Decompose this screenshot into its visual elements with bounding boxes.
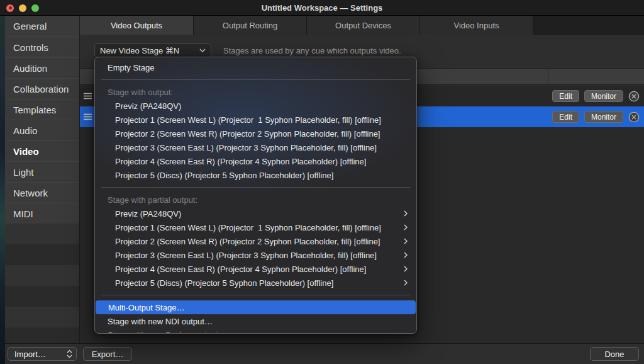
menu-item-label: Stage with new NDI output… <box>108 317 408 326</box>
menu-item-label: Projector 2 (Screen West R) (Projector 2… <box>115 129 408 139</box>
submenu-chevron-icon <box>404 266 408 272</box>
remove-stage-icon[interactable] <box>628 111 640 123</box>
traffic-lights <box>6 0 39 16</box>
menu-item-label: Previz (PA248QV) <box>115 209 397 219</box>
submenu-chevron-icon <box>404 224 408 230</box>
export-button[interactable]: Export… <box>83 347 132 361</box>
submenu-chevron-icon <box>404 210 408 217</box>
stages-caption: Stages are used by any cue which outputs… <box>223 46 401 55</box>
menu-item-empty-stage[interactable]: Empty Stage <box>95 60 416 74</box>
sidebar-item-midi[interactable]: MIDI <box>5 203 79 224</box>
menu-separator <box>101 79 410 80</box>
sidebar-item-label: Network <box>13 188 48 198</box>
menu-item-output-projector-2[interactable]: Projector 2 (Screen West R) (Projector 2… <box>95 127 416 140</box>
menu-item-new-ndi-output[interactable]: Stage with new NDI output… <box>95 314 416 328</box>
menu-separator <box>101 295 410 295</box>
monitor-button[interactable]: Monitor <box>584 111 623 123</box>
menu-item-output-projector-5[interactable]: Projector 5 (Discs) (Projector 5 Syphon … <box>95 168 416 182</box>
menu-item-label: Multi-Output Stage… <box>108 303 407 312</box>
video-settings-tabstrip: Video Outputs Output Routing Output Devi… <box>80 16 644 35</box>
sidebar-item-label: General <box>13 21 47 31</box>
sidebar-item-network[interactable]: Network <box>5 182 79 203</box>
menu-item-label: Projector 3 (Screen East L) (Projector 3… <box>115 143 408 152</box>
done-label: Done <box>604 350 624 359</box>
menu-item-label: Projector 4 (Screen East R) (Projector 4… <box>115 264 397 274</box>
sidebar-item-controls[interactable]: Controls <box>5 37 79 57</box>
sidebar-item-collaboration[interactable]: Collaboration <box>5 78 79 99</box>
settings-sidebar: General Controls Audition Collaboration … <box>5 16 80 343</box>
import-popup-button[interactable]: Import… <box>8 347 77 361</box>
stepper-chevrons-icon <box>67 350 72 358</box>
menu-item-label: Projector 5 (Discs) (Projector 5 Syphon … <box>115 278 397 288</box>
sidebar-item-templates[interactable]: Templates <box>5 99 79 120</box>
tab-video-outputs[interactable]: Video Outputs <box>80 16 194 35</box>
menu-item-output-previz[interactable]: Previz (PA248QV) <box>95 99 416 113</box>
window-title: Untitled Workspace — Settings <box>262 3 383 13</box>
tab-label: Video Inputs <box>453 21 499 30</box>
remove-stage-icon[interactable] <box>628 91 640 102</box>
footer-bar: Import… Export… Done <box>5 343 644 364</box>
sidebar-item-label: Templates <box>13 105 56 115</box>
menu-item-label: Stage with new Syphon output… <box>108 331 408 334</box>
menu-separator <box>101 187 410 188</box>
close-window-icon[interactable] <box>6 4 14 12</box>
tab-video-inputs[interactable]: Video Inputs <box>420 16 533 35</box>
menu-item-output-projector-4[interactable]: Projector 4 (Screen East R) (Projector 4… <box>95 154 416 168</box>
background-gutter <box>0 16 5 364</box>
sidebar-item-label: Light <box>13 167 34 178</box>
export-label: Export… <box>92 350 124 359</box>
new-video-stage-popup[interactable]: New Video Stage ⌘N <box>94 43 211 57</box>
settings-window: Untitled Workspace — Settings General Co… <box>0 0 644 364</box>
menu-item-output-projector-1[interactable]: Projector 1 (Screen West L) (Projector 1… <box>95 113 416 127</box>
sidebar-item-label: Audio <box>13 125 37 136</box>
menu-item-partial-projector-4[interactable]: Projector 4 (Screen East R) (Projector 4… <box>95 262 416 276</box>
sidebar-item-audition[interactable]: Audition <box>5 57 79 78</box>
menu-item-new-syphon-output[interactable]: Stage with new Syphon output… <box>95 328 416 334</box>
minimize-window-icon[interactable] <box>19 4 26 12</box>
edit-button[interactable]: Edit <box>552 111 579 123</box>
menu-item-partial-previz[interactable]: Previz (PA248QV) <box>95 207 416 220</box>
menu-header-label: Stage with output: <box>108 88 408 97</box>
menu-header-stage-with-output: Stage with output: <box>95 85 416 99</box>
menu-item-label: Projector 2 (Screen West R) (Projector 2… <box>115 237 397 246</box>
drag-handle-icon[interactable] <box>83 113 92 120</box>
menu-item-label: Empty Stage <box>108 63 408 72</box>
sidebar-item-general[interactable]: General <box>5 16 79 37</box>
tab-label: Video Outputs <box>111 21 162 30</box>
menu-item-label: Projector 1 (Screen West L) (Projector 1… <box>115 115 408 125</box>
menu-item-partial-projector-3[interactable]: Projector 3 (Screen East L) (Projector 3… <box>95 248 416 262</box>
sidebar-item-video[interactable]: Video <box>5 140 79 161</box>
column-divider <box>548 69 548 84</box>
menu-item-partial-projector-5[interactable]: Projector 5 (Discs) (Projector 5 Syphon … <box>95 276 416 290</box>
chevron-down-icon <box>199 48 206 52</box>
menu-header-stage-with-partial-output: Stage with partial output: <box>95 193 416 207</box>
edit-button[interactable]: Edit <box>552 90 579 102</box>
tab-output-routing[interactable]: Output Routing <box>194 16 307 35</box>
menu-item-partial-projector-2[interactable]: Projector 2 (Screen West R) (Projector 2… <box>95 234 416 248</box>
menu-item-partial-projector-1[interactable]: Projector 1 (Screen West L) (Projector 1… <box>95 220 416 234</box>
menu-item-label: Projector 3 (Screen East L) (Projector 3… <box>115 251 397 260</box>
menu-item-label: Projector 4 (Screen East R) (Projector 4… <box>115 157 408 166</box>
popup-label: New Video Stage ⌘N <box>100 46 199 55</box>
menu-item-label: Projector 5 (Discs) (Projector 5 Syphon … <box>115 171 408 180</box>
zoom-window-icon[interactable] <box>31 4 39 12</box>
sidebar-item-audio[interactable]: Audio <box>5 120 79 140</box>
submenu-chevron-icon <box>404 252 408 258</box>
sidebar-item-label: Collaboration <box>13 84 69 94</box>
drag-handle-icon[interactable] <box>83 93 92 100</box>
tab-label: Output Routing <box>223 21 277 30</box>
tab-label: Output Devices <box>335 21 391 30</box>
submenu-chevron-icon <box>404 280 408 286</box>
tab-output-devices[interactable]: Output Devices <box>307 16 420 35</box>
menu-item-multi-output-stage[interactable]: Multi-Output Stage… <box>96 300 416 314</box>
submenu-chevron-icon <box>404 238 408 244</box>
menu-item-label: Projector 1 (Screen West L) (Projector 1… <box>115 223 397 232</box>
sidebar-item-light[interactable]: Light <box>5 161 79 182</box>
menu-item-output-projector-3[interactable]: Projector 3 (Screen East L) (Projector 3… <box>95 140 416 154</box>
done-button[interactable]: Done <box>590 347 639 361</box>
sidebar-item-label: Audition <box>13 63 47 74</box>
monitor-button[interactable]: Monitor <box>584 90 623 102</box>
sidebar-item-label: MIDI <box>13 208 33 219</box>
title-bar: Untitled Workspace — Settings <box>0 0 644 16</box>
new-video-stage-menu: Empty Stage Stage with output: Previz (P… <box>94 57 417 334</box>
